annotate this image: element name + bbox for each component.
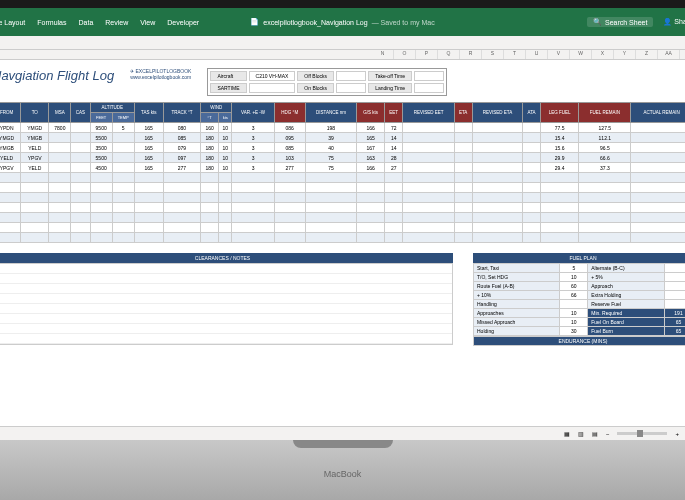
info-offblocks-label: Off Blocks xyxy=(297,71,334,81)
col-q[interactable]: Q xyxy=(438,50,460,59)
col-t[interactable]: T xyxy=(504,50,526,59)
tab-review[interactable]: Review xyxy=(105,19,128,26)
flight-info-box: Aircraft C210 VH-MAX Off Blocks Take-off… xyxy=(207,68,447,96)
save-status: — Saved to my Mac xyxy=(372,19,435,26)
hdr-hdg: HDG °M xyxy=(274,103,305,123)
navigation-log-table[interactable]: FROM TO MSA CAS ALTITUDE TAS kts TRACK °… xyxy=(0,102,685,243)
hdr-wind: WIND xyxy=(201,103,232,113)
col-o[interactable]: O xyxy=(394,50,416,59)
zoom-in-icon[interactable]: + xyxy=(675,431,679,437)
excel-icon: 📄 xyxy=(250,18,259,26)
hdr-gs: G/S kts xyxy=(357,103,385,123)
fuel-row[interactable]: Route Fuel (A-B)60Approach xyxy=(474,282,686,291)
endurance-row: ENDURANCE (MINS) xyxy=(474,337,686,346)
hdr-cas: CAS xyxy=(71,103,90,123)
col-u[interactable]: U xyxy=(526,50,548,59)
info-landing-value[interactable] xyxy=(414,83,444,93)
hdr-eet: EET xyxy=(385,103,403,123)
search-icon: 🔍 xyxy=(593,18,602,26)
table-row[interactable]: YMGBYELD3500165079180103085401671415.696… xyxy=(0,143,685,153)
laptop-base: MacBook xyxy=(0,440,685,500)
notes-header: CLEARANCES / NOTES xyxy=(0,253,453,263)
zoom-slider[interactable] xyxy=(617,432,667,435)
zoom-out-icon[interactable]: − xyxy=(606,431,610,437)
table-row[interactable] xyxy=(0,183,685,193)
hdr-tas: TAS kts xyxy=(134,103,163,123)
hdr-revised-eta: REVISED ETA xyxy=(472,103,523,123)
info-aircraft-value[interactable]: C210 VH-MAX xyxy=(249,71,296,81)
hdr-track: TRACK °T xyxy=(163,103,201,123)
col-w[interactable]: W xyxy=(570,50,592,59)
hdr-wind-dir: °T xyxy=(201,113,219,123)
table-row[interactable] xyxy=(0,203,685,213)
tab-view[interactable]: View xyxy=(140,19,155,26)
laptop-brand: MacBook xyxy=(324,469,362,479)
hdr-alt-feet: FEET xyxy=(90,113,112,123)
col-aa[interactable]: AA xyxy=(658,50,680,59)
hdr-from: FROM xyxy=(0,103,21,123)
hdr-revised-eet: REVISED EET xyxy=(403,103,454,123)
table-row[interactable]: YPGVYELD4500165277180103277751662729.437… xyxy=(0,163,685,173)
ribbon-tabs: Page Layout Formulas Data Review View De… xyxy=(0,19,199,26)
view-normal-icon[interactable]: ▦ xyxy=(564,430,570,437)
fuel-row[interactable]: T/O, Set HDG10+ 5% xyxy=(474,273,686,282)
info-onblocks-value[interactable] xyxy=(336,83,366,93)
fuel-row[interactable]: Start, Taxi5Alternate (B-C) xyxy=(474,264,686,273)
formula-bar[interactable]: fx xyxy=(0,36,685,50)
fuel-row[interactable]: Holding30Fuel Burn65 xyxy=(474,327,686,336)
hdr-alt-temp: TEMP xyxy=(112,113,134,123)
share-button[interactable]: 👤 Share ▾ xyxy=(663,18,685,26)
table-row[interactable] xyxy=(0,173,685,183)
info-takeoff-value[interactable] xyxy=(414,71,444,81)
table-row[interactable]: YPDNYMGD78009500516508016010308619816672… xyxy=(0,123,685,133)
col-y[interactable]: Y xyxy=(614,50,636,59)
info-onblocks-label: On Blocks xyxy=(297,83,334,93)
fuel-row[interactable]: + 10%66Extra Holding xyxy=(474,291,686,300)
table-row[interactable]: YELDYPGV5500165097180103103751632829.966… xyxy=(0,153,685,163)
info-offblocks-value[interactable] xyxy=(336,71,366,81)
tab-developer[interactable]: Developer xyxy=(167,19,199,26)
col-x[interactable]: X xyxy=(592,50,614,59)
hdr-wind-kts: kts xyxy=(219,113,232,123)
col-r[interactable]: R xyxy=(460,50,482,59)
info-aircraft-label: Aircraft xyxy=(210,71,246,81)
view-break-icon[interactable]: ▤ xyxy=(592,430,598,437)
info-sartime-value[interactable] xyxy=(249,83,296,93)
col-z[interactable]: Z xyxy=(636,50,658,59)
notes-body[interactable] xyxy=(0,263,453,345)
fuel-plan: FUEL PLAN Start, Taxi5Alternate (B-C)T/O… xyxy=(473,253,685,346)
hdr-fuelremain: FUEL REMAIN xyxy=(579,103,631,123)
tab-data[interactable]: Data xyxy=(79,19,94,26)
view-layout-icon[interactable]: ▥ xyxy=(578,430,584,437)
fuel-row[interactable]: HandlingReserve Fuel xyxy=(474,300,686,309)
filename: excelpilotlogbook_Navigation Log xyxy=(263,19,367,26)
table-row[interactable] xyxy=(0,193,685,203)
col-n[interactable]: N xyxy=(372,50,394,59)
fuel-row[interactable]: Approaches10Min. Required191 xyxy=(474,309,686,318)
table-row[interactable] xyxy=(0,213,685,223)
table-row[interactable] xyxy=(0,233,685,243)
hdr-eta: ETA xyxy=(454,103,472,123)
col-v[interactable]: V xyxy=(548,50,570,59)
logo-url[interactable]: www.excelpilotlogbook.com xyxy=(130,74,191,80)
col-s[interactable]: S xyxy=(482,50,504,59)
share-icon: 👤 xyxy=(663,18,672,25)
column-headers[interactable]: N O P Q R S T U V W X Y Z AA xyxy=(0,50,685,60)
document-title: 📄 excelpilotlogbook_Navigation Log — Sav… xyxy=(250,18,434,26)
logo: ✈ EXCELPILOTLOGBOOK www.excelpilotlogboo… xyxy=(130,68,191,80)
search-box[interactable]: 🔍 Search Sheet xyxy=(587,17,653,27)
fuel-table[interactable]: Start, Taxi5Alternate (B-C)T/O, Set HDG1… xyxy=(473,263,685,336)
worksheet[interactable]: Navgiation Flight Log ✈ EXCELPILOTLOGBOO… xyxy=(0,60,685,440)
col-p[interactable]: P xyxy=(416,50,438,59)
notes-section: CLEARANCES / NOTES xyxy=(0,253,453,346)
fuel-row[interactable]: Missed Approach10Fuel On Board65 xyxy=(474,318,686,327)
info-takeoff-label: Take-off Time xyxy=(368,71,412,81)
hdr-altitude: ALTITUDE xyxy=(90,103,134,113)
fuel-header: FUEL PLAN xyxy=(473,253,685,263)
tab-pagelayout[interactable]: Page Layout xyxy=(0,19,25,26)
table-row[interactable] xyxy=(0,223,685,233)
hdr-msa: MSA xyxy=(49,103,71,123)
tab-formulas[interactable]: Formulas xyxy=(37,19,66,26)
hdr-var: VAR. +E -W xyxy=(232,103,274,123)
table-row[interactable]: YMGDYMGB5500165085180103095391651415.411… xyxy=(0,133,685,143)
